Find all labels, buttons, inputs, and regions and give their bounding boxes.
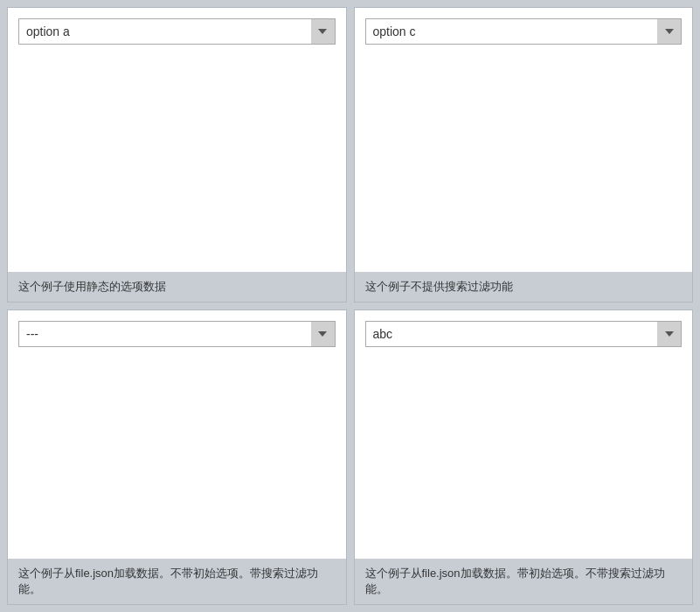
card-3: --- option a option b option c 这个例子从file… bbox=[7, 309, 347, 605]
card-4-content: abc def ghi bbox=[355, 310, 693, 559]
card-1-footer: 这个例子使用静态的选项数据 bbox=[8, 272, 346, 302]
card-1-footer-text: 这个例子使用静态的选项数据 bbox=[18, 280, 166, 293]
card-2-footer-text: 这个例子不提供搜索过滤功能 bbox=[365, 280, 513, 293]
card-2-select-wrapper: option a option b option c option d bbox=[365, 18, 683, 45]
card-4-select[interactable]: abc def ghi bbox=[365, 321, 683, 347]
card-4: abc def ghi 这个例子从file.json加载数据。带初始选项。不带搜… bbox=[354, 309, 694, 605]
card-4-footer-text: 这个例子从file.json加载数据。带初始选项。不带搜索过滤功能。 bbox=[365, 567, 665, 595]
card-3-content: --- option a option b option c bbox=[8, 310, 346, 559]
card-4-footer: 这个例子从file.json加载数据。带初始选项。不带搜索过滤功能。 bbox=[355, 559, 693, 604]
card-1-content: option a option b option c option d bbox=[8, 8, 346, 272]
card-1-select-wrapper: option a option b option c option d bbox=[18, 18, 336, 45]
card-4-select-wrapper: abc def ghi bbox=[365, 321, 683, 347]
card-1-select[interactable]: option a option b option c option d bbox=[18, 18, 336, 45]
card-3-select[interactable]: --- option a option b option c bbox=[18, 321, 336, 347]
card-2-content: option a option b option c option d bbox=[355, 8, 693, 272]
card-2: option a option b option c option d 这个例子… bbox=[354, 7, 694, 303]
card-3-select-wrapper: --- option a option b option c bbox=[18, 321, 336, 347]
card-2-select[interactable]: option a option b option c option d bbox=[365, 18, 683, 45]
card-3-footer-text: 这个例子从file.json加载数据。不带初始选项。带搜索过滤功能。 bbox=[18, 567, 318, 595]
card-2-footer: 这个例子不提供搜索过滤功能 bbox=[355, 272, 693, 302]
card-3-footer: 这个例子从file.json加载数据。不带初始选项。带搜索过滤功能。 bbox=[8, 559, 346, 604]
card-1: option a option b option c option d 这个例子… bbox=[7, 7, 347, 303]
